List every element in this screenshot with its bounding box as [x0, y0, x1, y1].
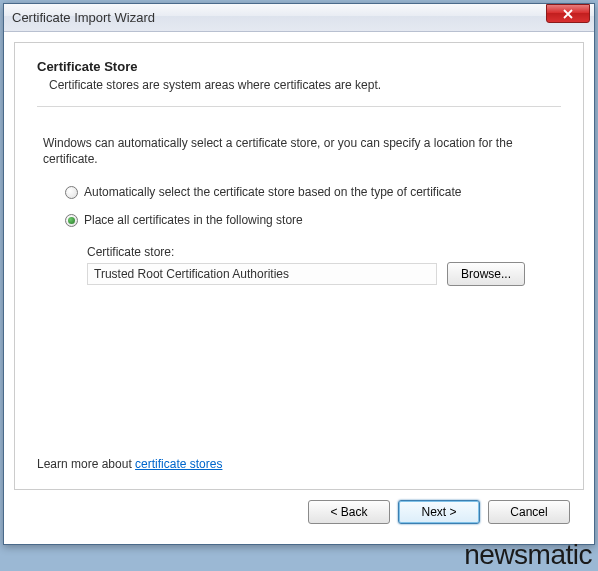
button-bar: < Back Next > Cancel: [14, 490, 584, 534]
radio-auto-select[interactable]: Automatically select the certificate sto…: [65, 185, 561, 199]
radio-icon: [65, 186, 78, 199]
page-heading: Certificate Store: [37, 59, 561, 74]
spacer: [37, 286, 561, 457]
certificate-store-input[interactable]: [87, 263, 437, 285]
window-title: Certificate Import Wizard: [12, 10, 546, 25]
close-button[interactable]: [546, 4, 590, 23]
radio-place-all[interactable]: Place all certificates in the following …: [65, 213, 561, 227]
store-block: Certificate store: Browse...: [87, 245, 561, 286]
browse-button[interactable]: Browse...: [447, 262, 525, 286]
learn-prefix: Learn more about: [37, 457, 135, 471]
divider: [37, 106, 561, 107]
watermark: newsmatic: [464, 539, 592, 571]
radio-place-label: Place all certificates in the following …: [84, 213, 303, 227]
radio-group: Automatically select the certificate sto…: [65, 185, 561, 241]
titlebar: Certificate Import Wizard: [4, 4, 594, 32]
description-text: Windows can automatically select a certi…: [43, 135, 555, 167]
learn-more: Learn more about certificate stores: [37, 457, 561, 471]
next-button[interactable]: Next >: [398, 500, 480, 524]
store-row: Browse...: [87, 262, 561, 286]
page-subheading: Certificate stores are system areas wher…: [49, 78, 561, 92]
cancel-button[interactable]: Cancel: [488, 500, 570, 524]
learn-link[interactable]: certificate stores: [135, 457, 222, 471]
radio-icon: [65, 214, 78, 227]
radio-auto-label: Automatically select the certificate sto…: [84, 185, 462, 199]
close-icon: [563, 9, 573, 19]
back-button[interactable]: < Back: [308, 500, 390, 524]
wizard-window: Certificate Import Wizard Certificate St…: [3, 3, 595, 545]
store-label: Certificate store:: [87, 245, 561, 259]
inner-panel: Certificate Store Certificate stores are…: [14, 42, 584, 490]
content-wrap: Certificate Store Certificate stores are…: [4, 32, 594, 544]
